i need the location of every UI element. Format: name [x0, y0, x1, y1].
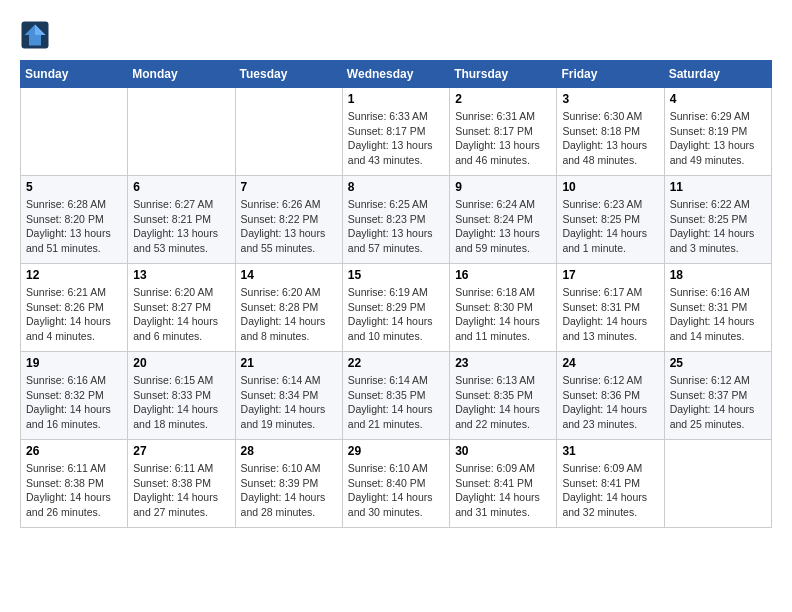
- day-info: Sunrise: 6:09 AMSunset: 8:41 PMDaylight:…: [562, 461, 658, 520]
- calendar-body: 1Sunrise: 6:33 AMSunset: 8:17 PMDaylight…: [21, 88, 772, 528]
- day-number: 1: [348, 92, 444, 106]
- day-info: Sunrise: 6:19 AMSunset: 8:29 PMDaylight:…: [348, 285, 444, 344]
- weekday-header-thursday: Thursday: [450, 61, 557, 88]
- day-info: Sunrise: 6:11 AMSunset: 8:38 PMDaylight:…: [133, 461, 229, 520]
- day-info: Sunrise: 6:18 AMSunset: 8:30 PMDaylight:…: [455, 285, 551, 344]
- page-header: [20, 20, 772, 50]
- weekday-header-friday: Friday: [557, 61, 664, 88]
- calendar-week-4: 19Sunrise: 6:16 AMSunset: 8:32 PMDayligh…: [21, 352, 772, 440]
- weekday-header-sunday: Sunday: [21, 61, 128, 88]
- day-number: 10: [562, 180, 658, 194]
- day-number: 23: [455, 356, 551, 370]
- day-info: Sunrise: 6:09 AMSunset: 8:41 PMDaylight:…: [455, 461, 551, 520]
- day-info: Sunrise: 6:14 AMSunset: 8:34 PMDaylight:…: [241, 373, 337, 432]
- day-info: Sunrise: 6:13 AMSunset: 8:35 PMDaylight:…: [455, 373, 551, 432]
- day-number: 2: [455, 92, 551, 106]
- calendar-cell: 23Sunrise: 6:13 AMSunset: 8:35 PMDayligh…: [450, 352, 557, 440]
- weekday-header-monday: Monday: [128, 61, 235, 88]
- calendar-cell: 22Sunrise: 6:14 AMSunset: 8:35 PMDayligh…: [342, 352, 449, 440]
- day-info: Sunrise: 6:10 AMSunset: 8:40 PMDaylight:…: [348, 461, 444, 520]
- calendar-cell: 5Sunrise: 6:28 AMSunset: 8:20 PMDaylight…: [21, 176, 128, 264]
- calendar-cell: 24Sunrise: 6:12 AMSunset: 8:36 PMDayligh…: [557, 352, 664, 440]
- day-number: 17: [562, 268, 658, 282]
- calendar-cell: 13Sunrise: 6:20 AMSunset: 8:27 PMDayligh…: [128, 264, 235, 352]
- calendar-cell: 19Sunrise: 6:16 AMSunset: 8:32 PMDayligh…: [21, 352, 128, 440]
- day-number: 18: [670, 268, 766, 282]
- calendar-cell: 27Sunrise: 6:11 AMSunset: 8:38 PMDayligh…: [128, 440, 235, 528]
- day-info: Sunrise: 6:31 AMSunset: 8:17 PMDaylight:…: [455, 109, 551, 168]
- day-info: Sunrise: 6:12 AMSunset: 8:37 PMDaylight:…: [670, 373, 766, 432]
- day-info: Sunrise: 6:33 AMSunset: 8:17 PMDaylight:…: [348, 109, 444, 168]
- day-number: 16: [455, 268, 551, 282]
- calendar-cell: 10Sunrise: 6:23 AMSunset: 8:25 PMDayligh…: [557, 176, 664, 264]
- calendar-cell: 18Sunrise: 6:16 AMSunset: 8:31 PMDayligh…: [664, 264, 771, 352]
- day-info: Sunrise: 6:27 AMSunset: 8:21 PMDaylight:…: [133, 197, 229, 256]
- weekday-header-row: SundayMondayTuesdayWednesdayThursdayFrid…: [21, 61, 772, 88]
- day-number: 14: [241, 268, 337, 282]
- calendar-table: SundayMondayTuesdayWednesdayThursdayFrid…: [20, 60, 772, 528]
- calendar-cell: 7Sunrise: 6:26 AMSunset: 8:22 PMDaylight…: [235, 176, 342, 264]
- day-info: Sunrise: 6:25 AMSunset: 8:23 PMDaylight:…: [348, 197, 444, 256]
- calendar-cell: [128, 88, 235, 176]
- calendar-week-2: 5Sunrise: 6:28 AMSunset: 8:20 PMDaylight…: [21, 176, 772, 264]
- day-number: 21: [241, 356, 337, 370]
- calendar-cell: 12Sunrise: 6:21 AMSunset: 8:26 PMDayligh…: [21, 264, 128, 352]
- day-info: Sunrise: 6:23 AMSunset: 8:25 PMDaylight:…: [562, 197, 658, 256]
- weekday-header-saturday: Saturday: [664, 61, 771, 88]
- day-info: Sunrise: 6:12 AMSunset: 8:36 PMDaylight:…: [562, 373, 658, 432]
- day-number: 30: [455, 444, 551, 458]
- calendar-cell: [235, 88, 342, 176]
- day-info: Sunrise: 6:16 AMSunset: 8:31 PMDaylight:…: [670, 285, 766, 344]
- day-number: 15: [348, 268, 444, 282]
- calendar-cell: 17Sunrise: 6:17 AMSunset: 8:31 PMDayligh…: [557, 264, 664, 352]
- day-number: 4: [670, 92, 766, 106]
- calendar-cell: 20Sunrise: 6:15 AMSunset: 8:33 PMDayligh…: [128, 352, 235, 440]
- calendar-week-1: 1Sunrise: 6:33 AMSunset: 8:17 PMDaylight…: [21, 88, 772, 176]
- calendar-cell: 2Sunrise: 6:31 AMSunset: 8:17 PMDaylight…: [450, 88, 557, 176]
- logo-icon: [20, 20, 50, 50]
- weekday-header-wednesday: Wednesday: [342, 61, 449, 88]
- logo: [20, 20, 54, 50]
- day-info: Sunrise: 6:10 AMSunset: 8:39 PMDaylight:…: [241, 461, 337, 520]
- day-info: Sunrise: 6:30 AMSunset: 8:18 PMDaylight:…: [562, 109, 658, 168]
- calendar-cell: 21Sunrise: 6:14 AMSunset: 8:34 PMDayligh…: [235, 352, 342, 440]
- calendar-cell: [664, 440, 771, 528]
- day-number: 25: [670, 356, 766, 370]
- day-info: Sunrise: 6:20 AMSunset: 8:28 PMDaylight:…: [241, 285, 337, 344]
- day-info: Sunrise: 6:26 AMSunset: 8:22 PMDaylight:…: [241, 197, 337, 256]
- calendar-cell: 28Sunrise: 6:10 AMSunset: 8:39 PMDayligh…: [235, 440, 342, 528]
- day-info: Sunrise: 6:29 AMSunset: 8:19 PMDaylight:…: [670, 109, 766, 168]
- day-number: 24: [562, 356, 658, 370]
- weekday-header-tuesday: Tuesday: [235, 61, 342, 88]
- day-number: 22: [348, 356, 444, 370]
- calendar-cell: 1Sunrise: 6:33 AMSunset: 8:17 PMDaylight…: [342, 88, 449, 176]
- day-number: 20: [133, 356, 229, 370]
- day-info: Sunrise: 6:11 AMSunset: 8:38 PMDaylight:…: [26, 461, 122, 520]
- day-number: 6: [133, 180, 229, 194]
- day-number: 3: [562, 92, 658, 106]
- calendar-week-5: 26Sunrise: 6:11 AMSunset: 8:38 PMDayligh…: [21, 440, 772, 528]
- day-number: 26: [26, 444, 122, 458]
- calendar-cell: 6Sunrise: 6:27 AMSunset: 8:21 PMDaylight…: [128, 176, 235, 264]
- calendar-cell: 14Sunrise: 6:20 AMSunset: 8:28 PMDayligh…: [235, 264, 342, 352]
- calendar-cell: [21, 88, 128, 176]
- day-number: 19: [26, 356, 122, 370]
- calendar-cell: 15Sunrise: 6:19 AMSunset: 8:29 PMDayligh…: [342, 264, 449, 352]
- day-number: 9: [455, 180, 551, 194]
- day-number: 11: [670, 180, 766, 194]
- day-info: Sunrise: 6:24 AMSunset: 8:24 PMDaylight:…: [455, 197, 551, 256]
- day-info: Sunrise: 6:15 AMSunset: 8:33 PMDaylight:…: [133, 373, 229, 432]
- day-info: Sunrise: 6:20 AMSunset: 8:27 PMDaylight:…: [133, 285, 229, 344]
- calendar-cell: 16Sunrise: 6:18 AMSunset: 8:30 PMDayligh…: [450, 264, 557, 352]
- day-number: 13: [133, 268, 229, 282]
- day-info: Sunrise: 6:21 AMSunset: 8:26 PMDaylight:…: [26, 285, 122, 344]
- calendar-cell: 9Sunrise: 6:24 AMSunset: 8:24 PMDaylight…: [450, 176, 557, 264]
- calendar-cell: 8Sunrise: 6:25 AMSunset: 8:23 PMDaylight…: [342, 176, 449, 264]
- calendar-cell: 26Sunrise: 6:11 AMSunset: 8:38 PMDayligh…: [21, 440, 128, 528]
- day-info: Sunrise: 6:14 AMSunset: 8:35 PMDaylight:…: [348, 373, 444, 432]
- calendar-cell: 30Sunrise: 6:09 AMSunset: 8:41 PMDayligh…: [450, 440, 557, 528]
- calendar-cell: 29Sunrise: 6:10 AMSunset: 8:40 PMDayligh…: [342, 440, 449, 528]
- day-info: Sunrise: 6:16 AMSunset: 8:32 PMDaylight:…: [26, 373, 122, 432]
- day-info: Sunrise: 6:17 AMSunset: 8:31 PMDaylight:…: [562, 285, 658, 344]
- calendar-cell: 25Sunrise: 6:12 AMSunset: 8:37 PMDayligh…: [664, 352, 771, 440]
